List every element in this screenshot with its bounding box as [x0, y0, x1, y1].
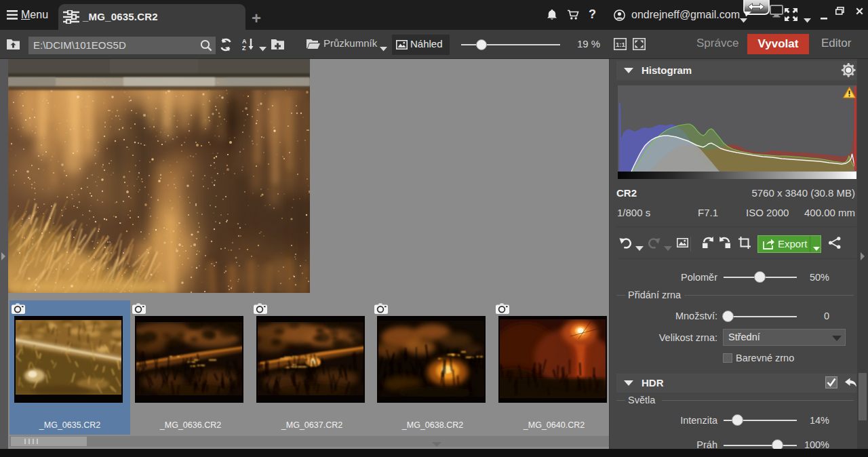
svg-text:A: A — [242, 38, 247, 45]
svg-text:Z: Z — [242, 45, 246, 51]
svg-text:1:1: 1:1 — [616, 41, 625, 48]
